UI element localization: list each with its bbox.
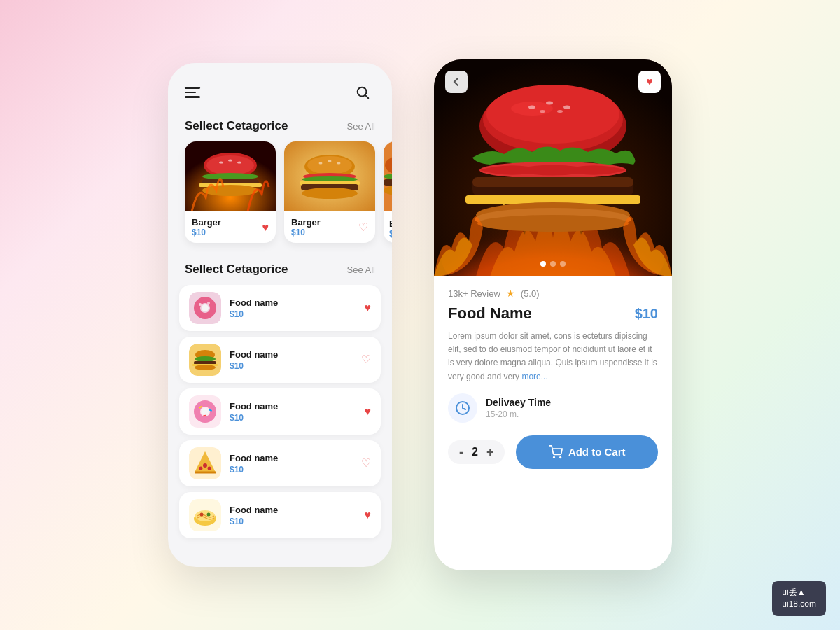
food-item-3[interactable]: Food name $10 ♥ [179,388,381,435]
food-details-4: Food name $10 [230,453,353,475]
dot-2[interactable] [550,261,556,267]
dot-3[interactable] [560,261,566,267]
svg-point-66 [546,102,553,105]
back-button[interactable] [445,71,468,93]
food-details-2: Food name $10 [230,349,353,371]
section2-see-all[interactable]: See All [347,265,375,275]
food-description: Lorem ipsum dolor sit amet, cons is ecte… [448,330,658,384]
svg-line-1 [365,95,368,98]
delivery-info: Delivaey Time 15-20 m. [486,397,551,419]
category-1-price: $10 [192,227,221,237]
svg-point-11 [202,185,258,196]
svg-point-43 [202,408,209,415]
food-item-1[interactable]: Food name $10 ♥ [179,285,381,331]
food-details-1: Food name $10 [230,298,356,319]
hero-background [434,59,672,276]
food-item-5[interactable]: Food name $10 ♥ [179,492,381,538]
detail-content: 13k+ Review ★ (5.0) Food Name $10 Lorem … [434,276,672,570]
food-price-4: $10 [230,465,353,475]
section1-see-all[interactable]: See All [347,121,375,132]
svg-point-67 [564,106,570,109]
svg-rect-26 [384,179,392,186]
svg-rect-72 [472,177,634,187]
food-thumb-3 [189,396,221,428]
svg-point-32 [199,303,202,306]
watermark: ui丢▲ ui18.com [772,581,826,616]
food-name-3: Food name [230,401,356,412]
delivery-time: 15-20 m. [486,410,551,419]
left-phone: Sellect Cetagorice See All [168,63,392,567]
category-card-1-info: Barger $10 ♥ [185,211,276,243]
food-heart-1[interactable]: ♥ [365,302,372,314]
category-card-1[interactable]: Barger $10 ♥ [185,141,276,243]
food-item-2[interactable]: Food name $10 ♡ [179,337,381,383]
svg-point-22 [302,188,358,199]
food-price-3: $10 [230,413,356,423]
svg-point-8 [202,173,258,180]
category-1-heart[interactable]: ♥ [262,222,270,233]
delivery-icon [448,393,477,423]
category-1-name: Barger [192,217,221,227]
svg-point-15 [319,162,323,164]
svg-point-78 [554,456,555,458]
food-heart-5[interactable]: ♥ [365,510,372,521]
burger-image-1 [185,141,276,211]
svg-point-6 [228,160,232,162]
svg-point-76 [477,215,629,232]
food-heart-4[interactable]: ♡ [361,458,371,469]
svg-point-31 [202,304,209,312]
food-name-4: Food name [230,453,353,463]
food-details-5: Food name $10 [230,505,356,526]
quantity-value: 2 [472,446,478,458]
category-2-price: $10 [291,227,321,237]
section2-title: Sellect Cetagorice [185,262,288,276]
decrease-qty-button[interactable]: - [459,446,463,458]
svg-point-36 [195,356,216,362]
phone-header [168,63,392,113]
food-heart-2[interactable]: ♡ [361,354,371,365]
price-row: Food Name $10 [448,304,658,323]
quantity-control: - 2 + [448,440,505,464]
svg-point-79 [560,456,561,458]
svg-point-68 [540,110,545,113]
food-name-2: Food name [230,349,353,360]
favorite-button[interactable]: ♥ [638,71,661,93]
right-phone: ♥ 13k+ Review ★ (5.0) Food Name $10 Lore… [434,59,672,570]
svg-point-51 [200,467,203,470]
svg-point-4 [206,155,254,175]
category-3-name: B [389,218,392,229]
increase-qty-button[interactable]: + [486,446,494,458]
food-heart-3[interactable]: ♥ [365,406,372,417]
food-thumb-2 [189,344,221,376]
svg-point-17 [337,162,341,164]
food-name-1: Food name [230,298,356,308]
section1-title: Sellect Cetagorice [185,119,288,133]
section1-header: Sellect Cetagorice See All [168,113,392,141]
category-scroll: Barger $10 ♥ [168,141,392,257]
food-item-4[interactable]: Food name $10 ♡ [179,440,381,486]
food-price-2: $10 [230,361,353,371]
dot-1[interactable] [540,261,546,267]
add-to-cart-button[interactable]: Add to Cart [516,435,658,469]
svg-point-7 [237,162,241,164]
cart-row: - 2 + Add to Cart [448,435,658,469]
category-card-3[interactable]: B $ [384,141,392,243]
review-count: 13k+ Review [448,288,500,299]
menu-icon[interactable] [185,87,200,98]
food-price-5: $10 [230,517,356,526]
more-link[interactable]: more... [522,372,547,382]
food-list: Food name $10 ♥ Food name [168,285,392,567]
food-detail-name: Food Name [448,304,532,323]
category-2-name: Barger [291,217,321,227]
star-icon: ★ [506,288,515,299]
category-2-heart[interactable]: ♡ [358,222,368,233]
svg-point-16 [328,160,332,162]
category-card-3-info: B $ [384,214,392,243]
category-card-2[interactable]: Barger $10 ♡ [284,141,375,243]
food-price-1: $10 [230,309,356,319]
section2-header: Sellect Cetagorice See All [168,257,392,285]
search-button[interactable] [350,80,375,105]
svg-point-52 [208,467,211,470]
food-name-5: Food name [230,505,356,515]
burger-image-2 [284,141,375,211]
